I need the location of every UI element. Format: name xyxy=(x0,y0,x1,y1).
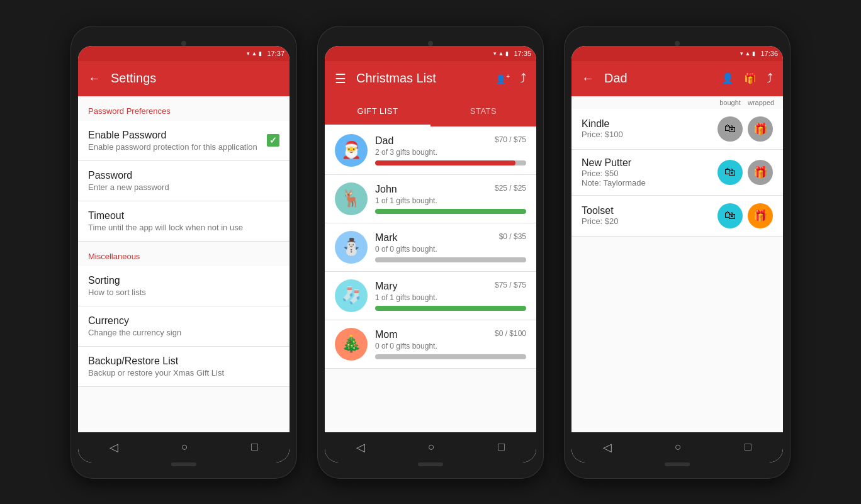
wifi-icon-3: ▾ xyxy=(740,50,743,57)
mark-amount: $0 / $35 xyxy=(499,232,526,244)
share-icon[interactable]: ⤴ xyxy=(520,71,526,86)
list-item-mary[interactable]: 🧦 Mary $75 / $75 1 of 1 gifts bought. xyxy=(325,272,536,320)
nav-recent-2[interactable]: □ xyxy=(498,440,505,454)
mom-amount: $0 / $100 xyxy=(495,329,526,340)
mary-sub: 1 of 1 gifts bought. xyxy=(375,293,526,302)
signal-icon-3: ▲ xyxy=(745,50,751,57)
settings-item-enable-password[interactable]: Enable Password Enable password protecti… xyxy=(78,121,290,161)
status-bar-2: ▾ ▲ ▮ 17:35 xyxy=(325,46,536,61)
dad-content: Dad $70 / $75 2 of 3 gifts bought. xyxy=(375,135,526,165)
nav-bar-settings: ◁ ○ □ xyxy=(78,432,290,462)
settings-item-currency[interactable]: Currency Change the currency sign xyxy=(78,306,290,347)
section-header-password: Password Preferences xyxy=(78,96,290,121)
putter-actions: 🛍 🎁 xyxy=(718,160,773,185)
mary-progress-bar xyxy=(375,306,526,311)
gift-item-putter[interactable]: New Putter Price: $50 Note: Taylormade 🛍… xyxy=(571,150,783,196)
gift-item-kindle[interactable]: Kindle Price: $100 🛍 🎁 xyxy=(571,109,783,150)
dad-progress-fill xyxy=(375,160,515,165)
nav-recent[interactable]: □ xyxy=(251,440,258,454)
battery-icon-2: ▮ xyxy=(505,50,509,57)
nav-home-2[interactable]: ○ xyxy=(428,440,435,454)
add-person-icon[interactable]: 👤+ xyxy=(495,73,510,84)
dad-title: Dad xyxy=(604,71,711,86)
status-time: 17:37 xyxy=(267,50,284,57)
menu-icon[interactable]: ☰ xyxy=(335,71,346,86)
phone-settings: ▾ ▲ ▮ 17:37 ← Settings Password Preferen… xyxy=(70,26,297,479)
settings-item-timeout[interactable]: Timeout Time until the app will lock whe… xyxy=(78,201,290,242)
list-item-mark[interactable]: ⛄ Mark $0 / $35 0 of 0 gifts bought. xyxy=(325,223,536,272)
john-progress-fill xyxy=(375,209,526,214)
john-name: John xyxy=(375,184,397,195)
settings-item-password[interactable]: Password Enter a new password xyxy=(78,161,290,201)
putter-bought-btn[interactable]: 🛍 xyxy=(718,160,743,185)
putter-price: Price: $50 xyxy=(582,169,718,178)
list-item-mom[interactable]: 🎄 Mom $0 / $100 0 of 0 gifts bought. xyxy=(325,320,536,369)
status-bar-3: ▾ ▲ ▮ 17:36 xyxy=(571,46,783,61)
wifi-icon: ▾ xyxy=(247,50,250,57)
app-bar-list: ☰ Christmas List 👤+ ⤴ xyxy=(325,61,536,96)
back-icon-3[interactable]: ← xyxy=(582,71,594,86)
list-item-john[interactable]: 🦌 John $25 / $25 1 of 1 gifts bought. xyxy=(325,175,536,223)
dad-progress-bar xyxy=(375,160,526,165)
kindle-bought-btn[interactable]: 🛍 xyxy=(718,116,743,142)
toolset-actions: 🛍 🎁 xyxy=(718,203,773,228)
currency-subtitle: Change the currency sign xyxy=(88,328,181,337)
kindle-wrapped-btn[interactable]: 🎁 xyxy=(748,116,773,142)
nav-back[interactable]: ◁ xyxy=(110,440,118,454)
status-icons-2: ▾ ▲ ▮ xyxy=(493,50,509,57)
kindle-actions: 🛍 🎁 xyxy=(718,116,773,142)
toolset-price: Price: $20 xyxy=(582,216,718,226)
back-icon[interactable]: ← xyxy=(88,71,101,86)
timeout-title: Timeout xyxy=(88,210,243,221)
mom-progress-bar xyxy=(375,354,526,359)
list-title: Christmas List xyxy=(356,71,485,86)
tab-gift-list[interactable]: GIFT LIST xyxy=(325,96,430,126)
enable-password-checkbox[interactable] xyxy=(267,134,279,147)
person-icon[interactable]: 👤 xyxy=(721,72,734,84)
wifi-icon-2: ▾ xyxy=(493,50,497,57)
battery-icon: ▮ xyxy=(259,50,262,57)
kindle-name: Kindle xyxy=(582,118,718,130)
settings-item-sorting[interactable]: Sorting How to sort lists xyxy=(78,266,290,306)
nav-back-2[interactable]: ◁ xyxy=(356,440,365,454)
mark-name: Mark xyxy=(375,232,398,244)
speaker-2 xyxy=(418,462,443,466)
phone-christmas-list: ▾ ▲ ▮ 17:35 ☰ Christmas List 👤+ ⤴ GIFT L… xyxy=(317,26,544,479)
status-icons-3: ▾ ▲ ▮ xyxy=(740,50,756,57)
mary-progress-fill xyxy=(375,306,526,311)
backup-title: Backup/Restore List xyxy=(88,356,224,367)
settings-item-backup[interactable]: Backup/Restore List Backup or restore yo… xyxy=(78,347,290,387)
share-icon-3[interactable]: ⤴ xyxy=(767,71,773,86)
sorting-subtitle: How to sort lists xyxy=(88,288,146,297)
col-wrapped: wrapped xyxy=(748,99,773,106)
status-icons: ▾ ▲ ▮ xyxy=(247,50,262,57)
app-bar-title: Settings xyxy=(111,71,279,86)
toolset-bought-btn[interactable]: 🛍 xyxy=(718,203,743,228)
tab-stats[interactable]: STATS xyxy=(430,96,536,126)
nav-recent-3[interactable]: □ xyxy=(745,440,751,454)
enable-password-subtitle: Enable password protection for this appl… xyxy=(88,142,257,152)
nav-home-3[interactable]: ○ xyxy=(675,440,682,454)
toolset-info: Toolset Price: $20 xyxy=(582,205,718,226)
gift-item-toolset[interactable]: Toolset Price: $20 🛍 🎁 xyxy=(571,196,783,237)
gift-list-content: 🎅 Dad $70 / $75 2 of 3 gifts bought. 🦌 xyxy=(325,126,536,432)
john-content: John $25 / $25 1 of 1 gifts bought. xyxy=(375,184,526,214)
sorting-title: Sorting xyxy=(88,275,146,286)
avatar-mary: 🧦 xyxy=(335,279,368,312)
nav-home[interactable]: ○ xyxy=(181,440,188,454)
backup-subtitle: Backup or restore your Xmas Gift List xyxy=(88,368,224,378)
add-gift-icon[interactable]: 🎁 xyxy=(744,72,757,84)
mark-sub: 0 of 0 gifts bought. xyxy=(375,245,526,254)
putter-wrapped-btn[interactable]: 🎁 xyxy=(748,160,773,185)
toolset-wrapped-btn[interactable]: 🎁 xyxy=(748,203,773,228)
tab-bar: GIFT LIST STATS xyxy=(325,96,536,126)
speaker-3 xyxy=(665,462,690,466)
signal-icon: ▲ xyxy=(252,50,257,57)
list-item-dad[interactable]: 🎅 Dad $70 / $75 2 of 3 gifts bought. xyxy=(325,126,536,175)
camera-dot-3 xyxy=(675,41,680,46)
john-sub: 1 of 1 gifts bought. xyxy=(375,196,526,205)
nav-bar-list: ◁ ○ □ xyxy=(325,432,536,462)
nav-back-3[interactable]: ◁ xyxy=(603,440,612,454)
camera-dot xyxy=(181,41,186,46)
putter-name: New Putter xyxy=(582,157,718,169)
